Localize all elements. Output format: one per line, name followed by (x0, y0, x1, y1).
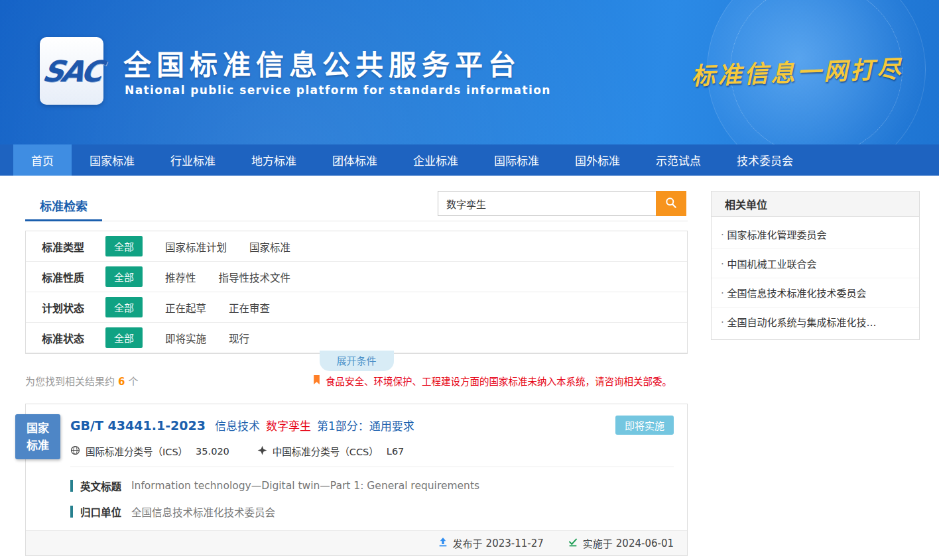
nav-item-enterprise-standards[interactable]: 企业标准 (395, 144, 476, 176)
search-button[interactable] (656, 191, 686, 216)
main-column: 标准检索 标准类型 全部 国家标准计划 国家标准 (25, 191, 688, 556)
standard-code-link[interactable]: GB/T 43441.1-2023 (70, 418, 206, 433)
notice-text: 食品安全、环境保护、工程建设方面的国家标准未纳入本系统，请咨询相关部委。 (326, 374, 672, 388)
nav-item-industry-standards[interactable]: 行业标准 (153, 144, 233, 176)
result-card: 国家 标准 GB/T 43441.1-2023 信息技术 数字孪生 第1部分：通… (25, 404, 688, 556)
filter-option[interactable]: 国家标准 (249, 239, 290, 254)
filter-label: 标准状态 (42, 330, 105, 346)
nav-item-pilot-programs[interactable]: 示范试点 (638, 144, 719, 176)
result-count-number: 6 (118, 376, 125, 388)
result-count-prefix: 为您找到相关结果约 (25, 376, 115, 388)
globe-decoration (707, 0, 926, 144)
sidebar-item-it-standards-committee[interactable]: 全国信息技术标准化技术委员会 (712, 278, 919, 308)
publish-icon (438, 537, 453, 550)
sidebar-item-machinery-federation[interactable]: 中国机械工业联合会 (712, 249, 919, 278)
ics-meta: 国际标准分类号（ICS） 35.020 (70, 444, 229, 458)
english-title-row: 英文标题 Information technology—Digital twin… (70, 478, 674, 493)
nav-item-foreign-standards[interactable]: 国外标准 (557, 144, 638, 176)
sidebar-title: 相关单位 (712, 192, 919, 217)
publish-label: 发布于 (453, 536, 483, 550)
nav-item-home[interactable]: 首页 (13, 144, 72, 176)
national-standard-badge: 国家 标准 (15, 414, 60, 459)
tab-standard-search[interactable]: 标准检索 (25, 191, 102, 221)
filter-all-button[interactable]: 全部 (105, 327, 143, 348)
filter-label: 标准类型 (42, 239, 105, 254)
ccs-meta: 中国标准分类号（CCS） L67 (257, 444, 404, 458)
accent-bar (70, 480, 73, 492)
search-input[interactable] (438, 191, 656, 216)
filter-label: 计划状态 (42, 300, 105, 315)
implement-label: 实施于 (583, 536, 613, 550)
filter-panel: 标准类型 全部 国家标准计划 国家标准 标准性质 全部 推荐性 指导性技术文件 … (25, 231, 688, 354)
ccs-label: 中国标准分类号（CCS） (273, 444, 379, 458)
standard-title-highlight[interactable]: 数字孪生 (266, 417, 311, 433)
system-notice: 食品安全、环境保护、工程建设方面的国家标准未纳入本系统，请咨询相关部委。 (312, 374, 672, 388)
publish-date: 2023-11-27 (486, 537, 544, 549)
sidebar-list: 国家标准化管理委员会 中国机械工业联合会 全国信息技术标准化技术委员会 全国自动… (712, 217, 919, 339)
filter-label: 标准性质 (42, 269, 105, 285)
filter-option[interactable]: 正在起草 (165, 300, 206, 315)
publish-date-item: 发布于 2023-11-27 (438, 536, 544, 550)
result-count-suffix: 个 (128, 376, 138, 388)
filter-option[interactable]: 即将实施 (165, 331, 206, 345)
filter-option[interactable]: 现行 (229, 331, 249, 345)
status-badge: 即将实施 (615, 416, 674, 435)
nav-item-group-standards[interactable]: 团体标准 (314, 144, 395, 176)
standard-title-segment[interactable]: 信息技术 (215, 417, 260, 433)
nav-item-national-standards[interactable]: 国家标准 (72, 144, 153, 176)
filter-option[interactable]: 指导性技术文件 (219, 270, 291, 284)
filter-option[interactable]: 正在审查 (229, 300, 270, 315)
filter-row-standard-status: 标准状态 全部 即将实施 现行 (26, 323, 687, 353)
flag-icon (312, 374, 326, 387)
nav-item-technical-committees[interactable]: 技术委员会 (719, 144, 811, 176)
result-count: 为您找到相关结果约6个 (25, 374, 138, 388)
english-title-label: 英文标题 (80, 478, 121, 493)
card-body: GB/T 43441.1-2023 信息技术 数字孪生 第1部分：通用要求 即将… (26, 404, 687, 519)
filter-row-standard-nature: 标准性质 全部 推荐性 指导性技术文件 (26, 262, 687, 292)
card-title-row: GB/T 43441.1-2023 信息技术 数字孪生 第1部分：通用要求 即将… (70, 416, 674, 435)
filter-option[interactable]: 国家标准计划 (165, 239, 227, 254)
related-units-sidebar: 相关单位 国家标准化管理委员会 中国机械工业联合会 全国信息技术标准化技术委员会… (711, 191, 920, 340)
implement-date: 2024-06-01 (616, 537, 674, 549)
ics-label: 国际标准分类号（ICS） (86, 444, 188, 458)
accent-bar (70, 506, 73, 518)
globe-icon (70, 445, 86, 457)
committee-label: 归口单位 (80, 504, 121, 519)
card-footer: 发布于 2023-11-27 实施于 2024-06-01 (26, 530, 687, 555)
filter-all-button[interactable]: 全部 (105, 297, 143, 317)
card-meta-row: 国际标准分类号（ICS） 35.020 中国标准分类号（CCS） L67 (70, 444, 674, 467)
main-nav: 首页 国家标准 行业标准 地方标准 团体标准 企业标准 国际标准 国外标准 示范… (0, 144, 939, 176)
filter-row-plan-status: 计划状态 全部 正在起草 正在审查 (26, 292, 687, 323)
standard-title-segment[interactable]: 第1部分：通用要求 (317, 417, 414, 433)
compass-icon (257, 445, 273, 457)
globe-ring-decoration (730, 0, 903, 144)
committee-row: 归口单位 全国信息技术标准化技术委员会 (70, 504, 674, 519)
filter-row-standard-type: 标准类型 全部 国家标准计划 国家标准 (26, 231, 687, 262)
nav-item-local-standards[interactable]: 地方标准 (233, 144, 314, 176)
filter-option[interactable]: 推荐性 (165, 270, 196, 284)
main-content: 标准检索 标准类型 全部 国家标准计划 国家标准 (0, 176, 939, 560)
ics-value: 35.020 (196, 446, 229, 457)
search-icon (664, 196, 678, 211)
ccs-value: L67 (387, 446, 405, 457)
english-title-value: Information technology—Digital twin—Part… (131, 480, 479, 492)
sac-logo-text: SAC (40, 54, 103, 88)
search-row: 标准检索 (25, 191, 688, 221)
sac-logo[interactable]: SAC (40, 37, 103, 105)
slogan-text: 标准信息一网打尽 (690, 49, 904, 91)
sidebar-item-automation-committee[interactable]: 全国自动化系统与集成标准化技… (712, 308, 919, 336)
site-subtitle: National public service platform for sta… (125, 84, 551, 97)
check-icon (568, 537, 583, 550)
nav-item-international-standards[interactable]: 国际标准 (476, 144, 557, 176)
badge-line: 国家 (27, 420, 49, 437)
filter-all-button[interactable]: 全部 (105, 236, 143, 256)
sidebar-item-sac[interactable]: 国家标准化管理委员会 (712, 220, 919, 249)
implement-date-item: 实施于 2024-06-01 (568, 536, 674, 550)
filter-all-button[interactable]: 全部 (105, 266, 143, 287)
results-info-row: 为您找到相关结果约6个 食品安全、环境保护、工程建设方面的国家标准未纳入本系统，… (25, 374, 688, 388)
site-title: 全国标准信息公共服务平台 (123, 42, 521, 83)
badge-line: 标准 (27, 437, 49, 454)
search-box (438, 191, 686, 216)
committee-value: 全国信息技术标准化技术委员会 (131, 504, 275, 519)
expand-conditions-button[interactable]: 展开条件 (319, 351, 393, 371)
